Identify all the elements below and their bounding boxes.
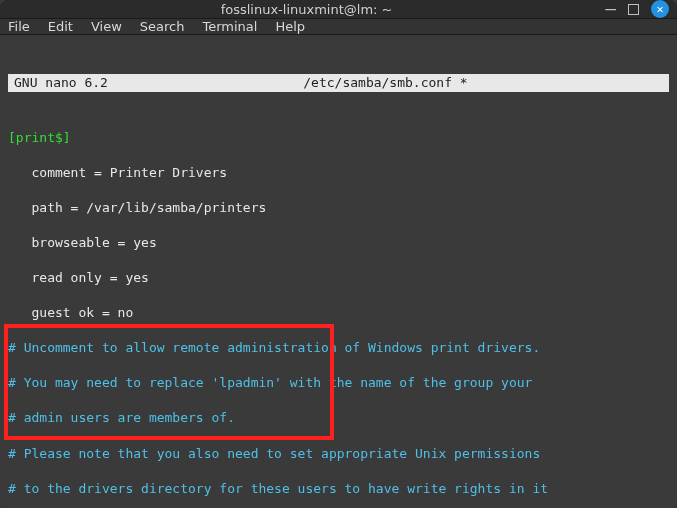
nano-filename: /etc/samba/smb.conf * [108,74,663,92]
config-line: read only = yes [8,269,669,287]
nano-header: GNU nano 6.2 /etc/samba/smb.conf * [8,74,669,92]
window-controls: — ✕ [605,0,669,18]
terminal-viewport[interactable]: GNU nano 6.2 /etc/samba/smb.conf * [prin… [0,35,677,508]
config-line: comment = Printer Drivers [8,164,669,182]
window-title: fosslinux-linuxmint@lm: ~ [8,2,605,17]
config-section: [print$] [8,129,669,147]
terminal-window: fosslinux-linuxmint@lm: ~ — ✕ File Edit … [0,0,677,508]
config-line: guest ok = no [8,304,669,322]
comment-line: # admin users are members of. [8,409,669,427]
config-line: path = /var/lib/samba/printers [8,199,669,217]
menu-search[interactable]: Search [140,19,185,34]
config-line: browseable = yes [8,234,669,252]
menu-view[interactable]: View [91,19,122,34]
menu-edit[interactable]: Edit [48,19,73,34]
comment-line: # to the drivers directory for these use… [8,480,669,498]
comment-line: # Uncomment to allow remote administrati… [8,339,669,357]
comment-line: # You may need to replace 'lpadmin' with… [8,374,669,392]
menu-file[interactable]: File [8,19,30,34]
close-icon[interactable]: ✕ [651,0,669,18]
menu-help[interactable]: Help [275,19,305,34]
menubar: File Edit View Search Terminal Help [0,19,677,35]
comment-line: # Please note that you also need to set … [8,445,669,463]
minimize-icon[interactable]: — [605,4,616,14]
nano-version: GNU nano 6.2 [14,74,108,92]
maximize-icon[interactable] [628,4,639,15]
titlebar: fosslinux-linuxmint@lm: ~ — ✕ [0,0,677,19]
menu-terminal[interactable]: Terminal [202,19,257,34]
